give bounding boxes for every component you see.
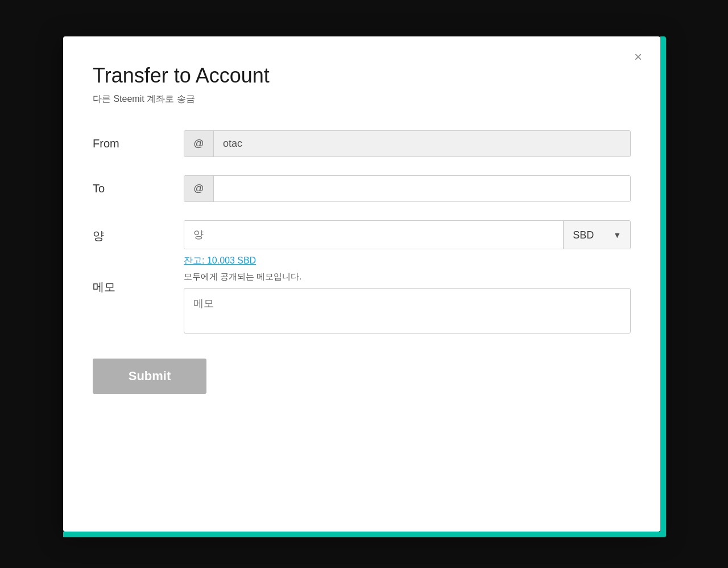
currency-select-wrap: SBD STEEM ▼ — [563, 221, 630, 249]
amount-input[interactable] — [184, 221, 563, 249]
modal-subtitle: 다른 Steemit 계좌로 송금 — [93, 93, 631, 105]
amount-controls: SBD STEEM ▼ 잔고: 10.003 SBD — [184, 220, 631, 267]
submit-button[interactable]: Submit — [93, 359, 206, 394]
to-input-group: @ — [184, 175, 631, 202]
chevron-down-icon: ▼ — [613, 231, 621, 240]
public-memo-note: 모두에게 공개되는 메모입니다. — [184, 271, 631, 282]
amount-label: 양 — [93, 220, 184, 244]
from-input[interactable] — [214, 131, 630, 157]
memo-textarea[interactable] — [184, 288, 631, 334]
memo-area-wrap: 모두에게 공개되는 메모입니다. — [184, 271, 631, 336]
from-at-prefix: @ — [184, 131, 214, 157]
amount-input-group: SBD STEEM ▼ — [184, 220, 631, 249]
modal-title: Transfer to Account — [93, 64, 631, 88]
from-row: From @ — [93, 130, 631, 157]
to-at-prefix: @ — [184, 176, 214, 201]
transfer-modal: × Transfer to Account 다른 Steemit 계좌로 송금 … — [63, 36, 660, 532]
from-label: From — [93, 137, 184, 150]
balance-link[interactable]: 잔고: 10.003 SBD — [184, 255, 256, 267]
memo-row: 메모 모두에게 공개되는 메모입니다. — [93, 271, 631, 336]
currency-select[interactable]: SBD STEEM — [573, 229, 609, 241]
to-label: To — [93, 182, 184, 195]
to-row: To @ — [93, 175, 631, 202]
close-button[interactable]: × — [630, 48, 647, 66]
amount-row: 양 SBD STEEM ▼ 잔고: 10.003 SBD — [93, 220, 631, 267]
from-input-group: @ — [184, 130, 631, 157]
memo-label: 메모 — [93, 271, 184, 295]
to-input[interactable] — [214, 176, 630, 201]
